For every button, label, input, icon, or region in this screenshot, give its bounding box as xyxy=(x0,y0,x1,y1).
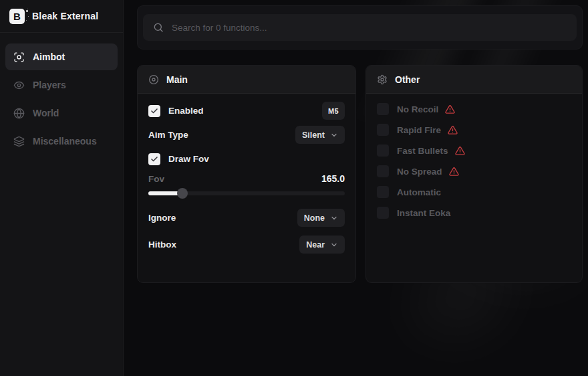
ignore-row: Ignore None xyxy=(148,209,345,227)
aim-type-label: Aim Type xyxy=(148,130,188,140)
sidebar-item-aimbot[interactable]: Aimbot xyxy=(5,43,118,70)
check-icon xyxy=(150,107,158,115)
ignore-label: Ignore xyxy=(148,213,176,223)
draw-fov-label: Draw Fov xyxy=(168,154,209,164)
main-panel: Main Enabled M5 Aim Type Silent xyxy=(137,65,356,283)
warning-icon xyxy=(445,104,455,114)
sidebar-header: B Bleak External xyxy=(0,0,123,33)
warning-icon xyxy=(455,146,465,156)
automatic-label: Automatic xyxy=(397,187,441,197)
aim-type-row: Aim Type Silent xyxy=(148,126,345,144)
sidebar-nav: Aimbot Players World Miscellaneous xyxy=(0,33,123,165)
hitbox-value: Near xyxy=(306,240,325,250)
fov-label: Fov xyxy=(148,174,164,184)
hitbox-label: Hitbox xyxy=(148,240,176,250)
app-title: Bleak External xyxy=(32,11,98,21)
instant-eoka-label: Instant Eoka xyxy=(397,208,450,218)
sidebar-item-label: Aimbot xyxy=(33,52,65,62)
no-recoil-label: No Recoil xyxy=(397,104,438,114)
main-panel-title: Main xyxy=(166,74,188,85)
eye-icon xyxy=(13,80,25,91)
fov-slider-thumb[interactable] xyxy=(177,188,188,199)
sidebar-item-miscellaneous[interactable]: Miscellaneous xyxy=(5,128,118,155)
draw-fov-checkbox[interactable] xyxy=(148,153,160,165)
sidebar-item-label: Miscellaneous xyxy=(33,136,97,147)
fov-value: 165.0 xyxy=(321,173,345,184)
crosshair-icon xyxy=(13,52,25,63)
sidebar-item-players[interactable]: Players xyxy=(5,72,118,98)
rapid-fire-label: Rapid Fire xyxy=(397,125,441,135)
other-panel-header: Other xyxy=(366,66,582,94)
hitbox-row: Hitbox Near xyxy=(148,236,345,254)
other-panel-title: Other xyxy=(395,74,420,85)
enabled-row: Enabled M5 xyxy=(148,102,345,120)
warning-icon xyxy=(449,167,459,177)
sidebar-item-world[interactable]: World xyxy=(5,100,118,126)
keybind-badge[interactable]: M5 xyxy=(322,102,345,120)
fov-slider-row xyxy=(148,188,345,199)
globe-icon xyxy=(13,108,25,119)
automatic-row: Automatic xyxy=(377,186,571,198)
disc-icon xyxy=(148,74,159,85)
no-spread-row: No Spread xyxy=(377,165,571,177)
chevron-down-icon xyxy=(330,214,338,222)
draw-fov-row: Draw Fov xyxy=(148,150,345,168)
fov-row: Fov 165.0 xyxy=(148,172,345,185)
search-icon xyxy=(153,22,164,33)
rapid-fire-row: Rapid Fire xyxy=(377,124,571,136)
chevron-down-icon xyxy=(330,241,338,249)
search-input[interactable] xyxy=(172,23,567,33)
no-spread-label: No Spread xyxy=(397,167,442,177)
main-panel-header: Main xyxy=(138,66,355,94)
enabled-checkbox[interactable] xyxy=(148,105,160,117)
instant-eoka-row: Instant Eoka xyxy=(377,207,571,219)
aim-type-dropdown[interactable]: Silent xyxy=(295,126,345,144)
aim-type-value: Silent xyxy=(302,130,325,140)
layers-icon xyxy=(13,136,25,147)
gear-icon xyxy=(377,74,388,85)
search-box[interactable] xyxy=(143,14,577,41)
check-icon xyxy=(150,155,158,163)
sidebar-item-label: World xyxy=(33,108,59,118)
ignore-dropdown[interactable]: None xyxy=(297,209,345,227)
fast-bullets-label: Fast Bullets xyxy=(397,146,448,156)
ignore-value: None xyxy=(304,213,325,223)
fov-slider[interactable] xyxy=(148,191,345,195)
no-recoil-checkbox[interactable] xyxy=(377,103,389,115)
enabled-label: Enabled xyxy=(168,106,204,116)
fast-bullets-row: Fast Bullets xyxy=(377,145,571,157)
instant-eoka-checkbox[interactable] xyxy=(377,207,389,219)
other-panel-body: No Recoil Rapid Fire Fast Bullets No Spr… xyxy=(366,94,582,219)
other-panel: Other No Recoil Rapid Fire Fast Bullets xyxy=(365,65,583,283)
hitbox-dropdown[interactable]: Near xyxy=(299,236,345,254)
rapid-fire-checkbox[interactable] xyxy=(377,124,389,136)
sidebar: B Bleak External Aimbot Players World M xyxy=(0,0,124,376)
no-spread-checkbox[interactable] xyxy=(377,165,389,177)
search-container xyxy=(137,5,583,50)
sidebar-item-label: Players xyxy=(33,80,66,90)
fast-bullets-checkbox[interactable] xyxy=(377,145,389,157)
no-recoil-row: No Recoil xyxy=(377,103,571,115)
main-panel-body: Enabled M5 Aim Type Silent Draw Fov xyxy=(138,94,355,254)
app-logo: B xyxy=(9,9,25,24)
automatic-checkbox[interactable] xyxy=(377,186,389,198)
warning-icon xyxy=(448,125,458,135)
chevron-down-icon xyxy=(330,131,338,139)
